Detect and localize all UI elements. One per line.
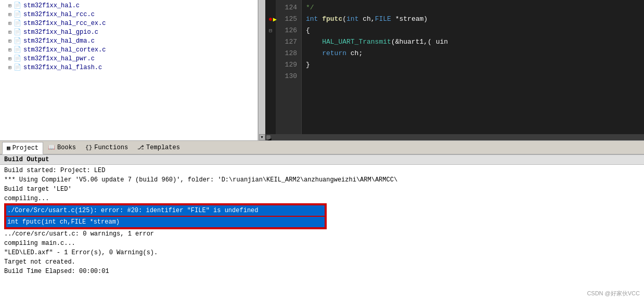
tab-books[interactable]: 📖 Books	[43, 141, 81, 154]
error-block: ./Core/Src/usart.c(125): error: #20: ide…	[4, 203, 327, 229]
code-line-130	[306, 71, 640, 82]
tab-functions[interactable]: {} Functions	[81, 141, 133, 154]
file-icon: 📄	[14, 2, 21, 9]
build-output-title: Build Output	[0, 155, 644, 165]
scroll-down-button[interactable]: ▼	[259, 134, 265, 140]
line-numbers: 124 125 126 127 128 129 130	[276, 0, 302, 140]
indicator-125: ● ▶	[265, 14, 276, 25]
tab-project[interactable]: ▦ Project	[2, 142, 43, 154]
indicator-column: ● ▶ ⊟	[265, 0, 276, 140]
code-kw-int: int	[306, 14, 322, 25]
expand-icon: ⊞	[8, 11, 11, 18]
tab-project-label: Project	[12, 145, 38, 152]
error-line-2: int fputc(int ch,FILE *stream)	[5, 217, 326, 228]
code-line-126: {	[306, 25, 640, 36]
templates-icon: ⎇	[137, 144, 144, 151]
code-empty-130	[306, 71, 310, 82]
tree-scrollbar[interactable]: ▼	[258, 0, 265, 140]
left-panel: ⊞ 📄 stm32f1xx_hal.c ⊞ 📄 stm32f1xx_hal_rc…	[0, 0, 265, 140]
build-line-4: compiling...	[4, 194, 640, 203]
code-brace-open: {	[306, 25, 310, 36]
arrow-icon: ▶	[273, 16, 277, 23]
code-kw-file: FILE	[375, 14, 391, 25]
build-line-6: compiling main.c...	[4, 239, 640, 248]
breakpoint-icon: ●	[268, 16, 273, 23]
line-num-128: 128	[280, 48, 297, 59]
list-item[interactable]: ⊞ 📄 stm32f1xx_hal_dma.c	[0, 36, 257, 45]
books-icon: 📖	[48, 144, 55, 151]
code-fn-hal: HAL_UART_Transmit	[306, 36, 391, 48]
list-item[interactable]: ⊞ 📄 stm32f1xx_hal_flash.c	[0, 63, 257, 72]
code-stream: *stream)	[391, 14, 428, 25]
build-line-7: "LED\LED.axf" - 1 Error(s), 0 Warning(s)…	[4, 248, 640, 257]
tab-templates[interactable]: ⎇ Templates	[133, 141, 185, 154]
expand-icon: ⊞	[8, 3, 11, 9]
file-icon: 📄	[14, 55, 21, 62]
file-tree: ⊞ 📄 stm32f1xx_hal.c ⊞ 📄 stm32f1xx_hal_rc…	[0, 0, 258, 140]
top-area: ⊞ 📄 stm32f1xx_hal.c ⊞ 📄 stm32f1xx_hal_rc…	[0, 0, 644, 140]
error-line-1: ./Core/Src/usart.c(125): error: #20: ide…	[5, 204, 326, 217]
horizontal-scrollbar[interactable]: ◀	[265, 134, 644, 140]
code-kw-int2: int	[346, 14, 358, 25]
file-icon: 📄	[14, 37, 21, 45]
file-name: stm32f1xx_hal.c	[23, 2, 80, 9]
hscroll-left-arrow[interactable]: ◀	[266, 135, 271, 139]
build-line-9: Build Time Elapsed: 00:00:01	[4, 267, 640, 276]
file-icon: 📄	[14, 28, 21, 36]
functions-icon: {}	[85, 145, 92, 151]
list-item[interactable]: ⊞ 📄 stm32f1xx_hal_gpio.c	[0, 28, 257, 36]
line-num-125: 125	[280, 14, 297, 25]
expand-icon: ⊞	[8, 20, 11, 27]
expand-icon: ⊞	[8, 56, 11, 62]
indicator-127	[265, 36, 276, 48]
line-num-126: 126	[280, 25, 297, 36]
code-return-val: ch;	[346, 48, 363, 59]
line-num-127: 127	[280, 36, 297, 48]
project-icon: ▦	[7, 145, 10, 151]
build-line-3: Build target 'LED'	[4, 185, 640, 194]
line-num-124: 124	[280, 2, 297, 14]
code-line-124: */	[306, 2, 640, 14]
expand-icon: ⊞	[8, 38, 11, 44]
watermark: CSDN @好家伙VCC	[587, 289, 640, 298]
code-paren: (	[342, 14, 346, 25]
tab-functions-label: Functions	[94, 144, 128, 151]
code-fn-name: fputc	[322, 14, 342, 25]
code-line-125: int fputc ( int ch, FILE *stream)	[306, 14, 640, 25]
expand-icon: ⊞	[8, 64, 11, 71]
code-line-127: HAL_UART_Transmit (&huart1,( uin	[306, 36, 640, 48]
file-name: stm32f1xx_hal_rcc.c	[23, 11, 95, 18]
indicator-124	[265, 2, 276, 14]
list-item[interactable]: ⊞ 📄 stm32f1xx_hal_pwr.c	[0, 54, 257, 63]
file-icon: 📄	[14, 19, 21, 27]
code-kw-return: return	[306, 48, 346, 59]
tabs-bar: ▦ Project 📖 Books {} Functions ⎇ Templat…	[0, 140, 644, 155]
code-hal-args: (&huart1,( uin	[391, 36, 448, 48]
file-icon: 📄	[14, 46, 21, 54]
file-icon: 📄	[14, 63, 21, 71]
file-name: stm32f1xx_hal_rcc_ex.c	[23, 20, 106, 27]
indicator-126: ⊟	[265, 25, 276, 36]
file-name: stm32f1xx_hal_pwr.c	[23, 55, 95, 62]
code-content: */ int fputc ( int ch, FILE *stream) {	[302, 0, 644, 140]
indicator-128	[265, 48, 276, 59]
build-line-1: Build started: Project: LED	[4, 166, 640, 175]
list-item[interactable]: ⊞ 📄 stm32f1xx_hal.c	[0, 1, 257, 10]
code-area: ● ▶ ⊟ 124 125 126 127 128 129	[265, 0, 644, 140]
expand-icon: ⊞	[8, 29, 11, 35]
code-line-128: return ch;	[306, 48, 640, 59]
line-num-130: 130	[280, 71, 297, 82]
list-item[interactable]: ⊞ 📄 stm32f1xx_hal_rcc.c	[0, 10, 257, 19]
file-icon: 📄	[14, 10, 21, 18]
build-line-5: ../core/src/usart.c: 0 warnings, 1 error	[4, 229, 640, 239]
code-text-124: */	[306, 2, 314, 14]
indicator-129	[265, 59, 276, 71]
list-item[interactable]: ⊞ 📄 stm32f1xx_hal_rcc_ex.c	[0, 19, 257, 28]
file-name: stm32f1xx_hal_dma.c	[23, 37, 95, 45]
code-brace-close: }	[306, 59, 310, 71]
list-item[interactable]: ⊞ 📄 stm32f1xx_hal_cortex.c	[0, 45, 257, 54]
collapse-icon: ⊟	[269, 28, 272, 34]
tab-templates-label: Templates	[146, 144, 180, 151]
code-line-129: }	[306, 59, 640, 71]
code-editor: ● ▶ ⊟ 124 125 126 127 128 129	[265, 0, 644, 140]
